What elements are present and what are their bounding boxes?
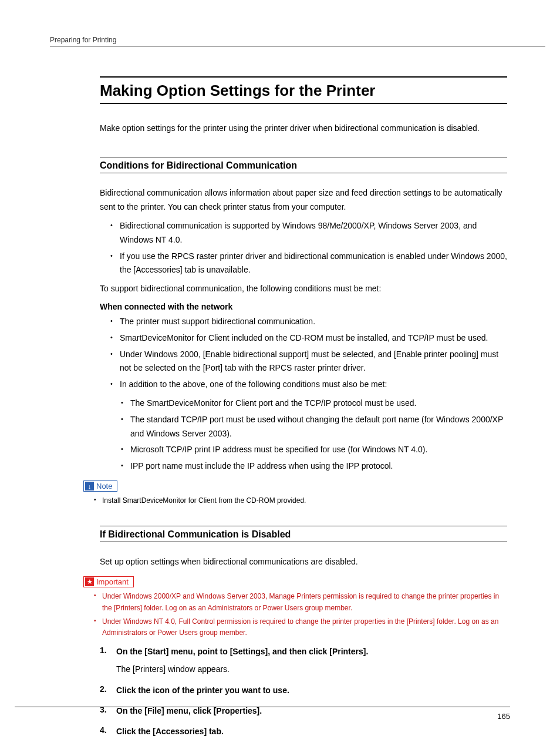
section2-para1: Set up option settings when bidirectiona… xyxy=(100,555,507,569)
section2-title: If Bidirectional Communication is Disabl… xyxy=(100,526,507,542)
page-header: Preparing for Printing xyxy=(50,34,545,46)
note-callout: ↓ Note xyxy=(83,480,507,492)
list-item: SmartDeviceMonitor for Client included o… xyxy=(110,331,507,345)
main-content: Making Option Settings for the Printer M… xyxy=(100,76,507,746)
note-items: Install SmartDeviceMonitor for Client fr… xyxy=(94,495,507,506)
section1-bullets3: The SmartDeviceMonitor for Client port a… xyxy=(121,396,507,473)
step-item: On the [Start] menu, point to [Settings]… xyxy=(100,646,507,676)
list-item: The SmartDeviceMonitor for Client port a… xyxy=(121,396,507,411)
section1-para1: Bidirectional communication allows infor… xyxy=(100,186,507,214)
step-head: On the [Start] menu, point to [Settings]… xyxy=(116,646,507,658)
note-badge: ↓ Note xyxy=(83,480,117,492)
list-item: Install SmartDeviceMonitor for Client fr… xyxy=(94,495,507,506)
step-body: The [Printers] window appears. xyxy=(116,663,507,676)
list-item: IPP port name must include the IP addres… xyxy=(121,459,507,473)
list-item: The standard TCP/IP port must be used wi… xyxy=(121,413,507,441)
important-callout: ★ Important xyxy=(83,576,507,587)
arrow-down-icon: ↓ xyxy=(85,482,94,490)
list-item: In addition to the above, one of the fol… xyxy=(110,378,507,392)
star-icon: ★ xyxy=(85,577,94,586)
page-number: 165 xyxy=(497,712,510,721)
step-item: Click the [Accessories] tab. xyxy=(100,725,507,738)
step-head: Click the icon of the printer you want t… xyxy=(116,684,507,697)
list-item: Under Windows NT 4.0, Full Control permi… xyxy=(94,616,507,639)
list-item: Under Windows 2000/XP and Windows Server… xyxy=(94,591,507,613)
important-items: Under Windows 2000/XP and Windows Server… xyxy=(94,591,507,639)
section1-bullets2: The printer must support bidirectional c… xyxy=(110,315,507,392)
important-label: Important xyxy=(96,577,129,586)
list-item: Bidirectional communication is supported… xyxy=(110,219,507,247)
section1-boldsub: When connected with the network xyxy=(100,302,507,311)
page-footer: 165 xyxy=(15,707,510,721)
section1-bullets1: Bidirectional communication is supported… xyxy=(110,219,507,277)
section1-title: Conditions for Bidirectional Communicati… xyxy=(100,157,507,173)
list-item: The printer must support bidirectional c… xyxy=(110,315,507,329)
intro-text: Make option settings for the printer usi… xyxy=(100,122,507,135)
list-item: If you use the RPCS raster printer drive… xyxy=(110,250,507,278)
page-title: Making Option Settings for the Printer xyxy=(100,76,507,104)
list-item: Microsoft TCP/IP print IP address must b… xyxy=(121,443,507,457)
note-label: Note xyxy=(96,482,112,490)
section1-para2: To support bidirectional communication, … xyxy=(100,282,507,296)
step-item: Click the icon of the printer you want t… xyxy=(100,684,507,697)
step-head: Click the [Accessories] tab. xyxy=(116,725,507,738)
list-item: Under Windows 2000, [Enable bidirectiona… xyxy=(110,348,507,376)
steps-list: On the [Start] menu, point to [Settings]… xyxy=(100,646,507,737)
important-badge: ★ Important xyxy=(83,576,134,587)
breadcrumb: Preparing for Printing xyxy=(50,36,116,44)
